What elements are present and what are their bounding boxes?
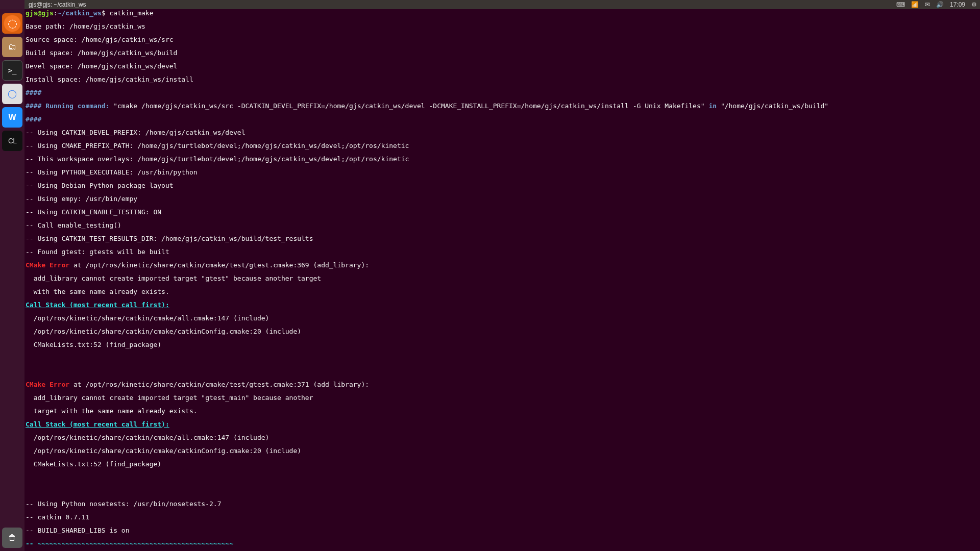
keyboard-indicator-icon[interactable]: ⌨ — [896, 2, 905, 8]
top-menu-bar: gjs@gjs: ~/catkin_ws ⌨ 📶 ✉ 🔊 17:09 ⚙ — [0, 0, 980, 9]
output-line: /opt/ros/kinetic/share/catkin/cmake/catk… — [26, 328, 980, 335]
output-line: -- Call enable_testing() — [26, 222, 980, 229]
output-line: -- Using empy: /usr/bin/empy — [26, 195, 980, 202]
output-line: -- Using CMAKE_PREFIX_PATH: /home/gjs/tu… — [26, 142, 980, 149]
files-icon[interactable] — [2, 37, 22, 57]
output-line: -- catkin 0.7.11 — [26, 514, 980, 520]
output-line: -- Using CATKIN_DEVEL_PREFIX: /home/gjs/… — [26, 129, 980, 136]
output-line: #### — [26, 116, 980, 122]
terminal-output[interactable]: gjs@gjs:~/catkin_ws$ catkin_make Base pa… — [24, 0, 980, 551]
chromium-icon[interactable] — [2, 84, 22, 104]
trash-icon[interactable] — [2, 528, 22, 548]
messages-indicator-icon[interactable]: ✉ — [925, 2, 930, 8]
output-line: -- Using PYTHON_EXECUTABLE: /usr/bin/pyt… — [26, 169, 980, 176]
output-line: CMakeLists.txt:52 (find_package) — [26, 341, 980, 348]
output-line: Base path: /home/gjs/catkin_ws — [26, 23, 980, 30]
blank-line — [26, 355, 980, 361]
call-stack-header: Call Stack (most recent call first): — [26, 421, 980, 428]
prompt-cwd: ~/catkin_ws — [58, 9, 102, 17]
output-line: Build space: /home/gjs/catkin_ws/build — [26, 49, 980, 56]
blank-line — [26, 368, 980, 374]
prompt-userhost: gjs@gjs — [26, 9, 54, 17]
output-line: Source space: /home/gjs/catkin_ws/src — [26, 36, 980, 43]
unity-launcher — [0, 0, 24, 551]
cmake-error-line: CMake Error at /opt/ros/kinetic/share/ca… — [26, 381, 980, 388]
output-line: CMakeLists.txt:52 (find_package) — [26, 461, 980, 467]
system-indicators: ⌨ 📶 ✉ 🔊 17:09 ⚙ — [896, 2, 977, 8]
output-line: Install space: /home/gjs/catkin_ws/insta… — [26, 76, 980, 83]
call-stack-header: Call Stack (most recent call first): — [26, 302, 980, 308]
output-line: Devel space: /home/gjs/catkin_ws/devel — [26, 63, 980, 69]
blank-line — [26, 474, 980, 481]
output-line: target with the same name already exists… — [26, 408, 980, 414]
output-line: -- BUILD_SHARED_LIBS is on — [26, 527, 980, 534]
main-area: gjs@gjs: ~/catkin_ws ⌨ 📶 ✉ 🔊 17:09 ⚙ gjs… — [24, 0, 980, 551]
typed-command: catkin_make — [109, 9, 153, 17]
output-line: -- Using CATKIN_TEST_RESULTS_DIR: /home/… — [26, 235, 980, 242]
ubuntu-dash-icon[interactable] — [2, 13, 22, 34]
running-command-line: #### Running command: "cmake /home/gjs/c… — [26, 103, 980, 109]
clock-indicator[interactable]: 17:09 — [950, 2, 965, 8]
wps-icon[interactable] — [2, 107, 22, 128]
output-line: /opt/ros/kinetic/share/catkin/cmake/all.… — [26, 434, 980, 441]
output-line: #### — [26, 89, 980, 96]
prompt-line: gjs@gjs:~/catkin_ws$ catkin_make — [26, 10, 980, 16]
clion-icon[interactable] — [2, 131, 22, 151]
output-line: -- This workspace overlays: /home/gjs/tu… — [26, 156, 980, 162]
separator-line: -- ~~~~~~~~~~~~~~~~~~~~~~~~~~~~~~~~~~~~~… — [26, 540, 980, 547]
terminal-icon[interactable] — [2, 60, 22, 81]
output-line: -- Using CATKIN_ENABLE_TESTING: ON — [26, 209, 980, 215]
output-line: -- Using Python nosetests: /usr/bin/nose… — [26, 500, 980, 507]
output-line: add_library cannot create imported targe… — [26, 275, 980, 282]
blank-line — [26, 487, 980, 494]
output-line: -- Using Debian Python package layout — [26, 182, 980, 189]
system-gear-icon[interactable]: ⚙ — [971, 2, 977, 8]
output-line: /opt/ros/kinetic/share/catkin/cmake/catk… — [26, 447, 980, 454]
output-line: /opt/ros/kinetic/share/catkin/cmake/all.… — [26, 315, 980, 321]
output-line: add_library cannot create imported targe… — [26, 394, 980, 401]
network-indicator-icon[interactable]: 📶 — [911, 2, 919, 8]
sound-indicator-icon[interactable]: 🔊 — [936, 2, 944, 8]
output-line: with the same name already exists. — [26, 288, 980, 295]
cmake-error-line: CMake Error at /opt/ros/kinetic/share/ca… — [26, 262, 980, 268]
output-line: -- Found gtest: gtests will be built — [26, 248, 980, 255]
